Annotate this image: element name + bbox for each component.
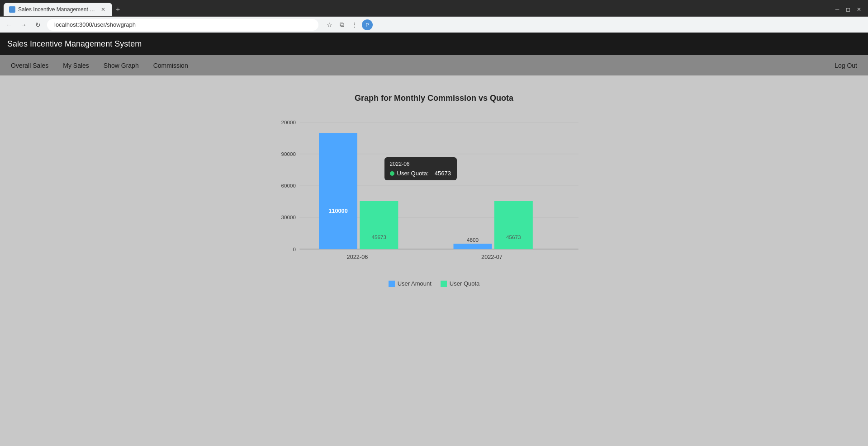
chart-area: 120000 90000 60000 30000 0 110000 <box>280 112 588 275</box>
address-input[interactable] <box>47 19 318 31</box>
browser-chrome: Sales Incentive Management Sys ✕ + ─ ◻ ✕… <box>0 0 868 33</box>
tab-close-button[interactable]: ✕ <box>100 6 107 13</box>
chart-svg: 120000 90000 60000 30000 0 110000 <box>280 112 588 275</box>
svg-text:90000: 90000 <box>281 151 296 157</box>
forward-button[interactable]: → <box>18 19 29 30</box>
active-tab[interactable]: Sales Incentive Management Sys ✕ <box>4 3 112 16</box>
svg-text:60000: 60000 <box>281 183 296 188</box>
app-title: Sales Incentive Management System <box>7 39 142 49</box>
svg-text:2022-07: 2022-07 <box>481 254 503 260</box>
chart-title: Graph for Monthly Commission vs Quota <box>280 94 588 103</box>
svg-text:4800: 4800 <box>467 237 479 243</box>
legend-user-amount: User Amount <box>389 280 432 287</box>
restore-button[interactable]: ◻ <box>844 6 852 13</box>
extensions-icon[interactable]: ⧉ <box>337 19 347 30</box>
nav-links: Overall Sales My Sales Show Graph Commis… <box>4 58 195 73</box>
legend-user-quota: User Quota <box>441 280 479 287</box>
bar-2022-07-amount[interactable] <box>453 244 492 249</box>
svg-text:30000: 30000 <box>281 214 296 220</box>
legend-color-amount <box>389 281 395 287</box>
new-tab-button[interactable]: + <box>112 5 123 14</box>
svg-text:45673: 45673 <box>506 234 521 240</box>
nav-overall-sales[interactable]: Overall Sales <box>4 58 56 73</box>
logout-button[interactable]: Log Out <box>827 58 864 73</box>
legend-label-amount: User Amount <box>398 280 432 287</box>
svg-text:2022-06: 2022-06 <box>346 254 368 260</box>
address-bar-row: ← → ↻ ☆ ⧉ ⋮ P <box>0 16 868 33</box>
nav-show-graph[interactable]: Show Graph <box>96 58 146 73</box>
main-content: Graph for Monthly Commission vs Quota 12… <box>0 75 868 446</box>
nav-my-sales[interactable]: My Sales <box>56 58 96 73</box>
bar-2022-07-quota[interactable] <box>494 201 532 249</box>
close-window-button[interactable]: ✕ <box>855 6 863 13</box>
svg-text:120000: 120000 <box>280 119 296 125</box>
tab-bar: Sales Incentive Management Sys ✕ + ─ ◻ ✕ <box>0 0 868 16</box>
svg-text:45673: 45673 <box>371 234 386 240</box>
svg-text:0: 0 <box>293 246 296 252</box>
app-header: Sales Incentive Management System <box>0 33 868 55</box>
more-icon[interactable]: ⋮ <box>349 19 360 30</box>
chart-container: Graph for Monthly Commission vs Quota 12… <box>271 85 597 296</box>
profile-avatar[interactable]: P <box>362 19 373 30</box>
tab-favicon <box>9 6 15 13</box>
tab-title: Sales Incentive Management Sys <box>18 6 97 13</box>
app-nav: Overall Sales My Sales Show Graph Commis… <box>0 55 868 75</box>
window-controls: ─ ◻ ✕ <box>834 6 864 13</box>
bookmark-icon[interactable]: ☆ <box>324 19 335 30</box>
back-button[interactable]: ← <box>4 19 14 30</box>
toolbar-icons: ☆ ⧉ ⋮ P <box>324 19 373 30</box>
bar-2022-06-amount[interactable] <box>319 133 357 249</box>
nav-commission[interactable]: Commission <box>146 58 195 73</box>
legend-label-quota: User Quota <box>450 280 479 287</box>
refresh-button[interactable]: ↻ <box>33 19 43 30</box>
legend-color-quota <box>441 281 447 287</box>
minimize-button[interactable]: ─ <box>834 6 841 13</box>
bar-2022-06-quota[interactable] <box>360 201 398 249</box>
chart-legend: User Amount User Quota <box>280 280 588 287</box>
svg-text:110000: 110000 <box>328 207 348 214</box>
